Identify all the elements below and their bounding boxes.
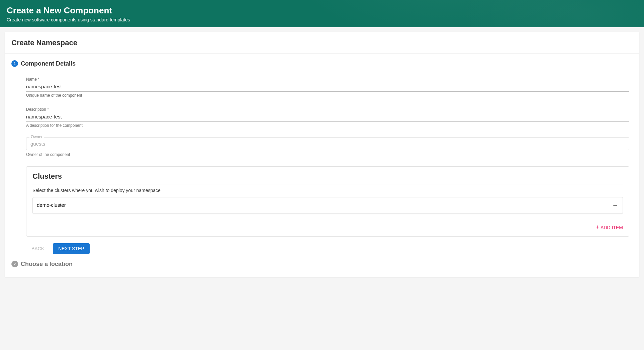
clusters-title: Clusters xyxy=(32,172,623,182)
clusters-section: Clusters Select the clusters where you w… xyxy=(26,166,629,237)
page-title: Create a New Component xyxy=(7,5,637,16)
name-help: Unique name of the component xyxy=(26,93,629,98)
step-1-content: Component Details Name * Unique name of … xyxy=(21,60,633,261)
step-1-indicator: 1 xyxy=(11,60,18,261)
clusters-description: Select the clusters where you wish to de… xyxy=(32,184,623,193)
description-help: A description for the component xyxy=(26,123,629,128)
add-item-row: + ADD ITEM xyxy=(32,216,623,231)
owner-help: Owner of the component xyxy=(26,152,629,157)
minus-icon: − xyxy=(613,201,617,209)
step-2-indicator: 2 xyxy=(11,261,18,271)
add-item-button[interactable]: + ADD ITEM xyxy=(596,224,623,231)
card-title: Create Namespace xyxy=(5,32,639,54)
step-2: 2 Choose a location xyxy=(11,261,633,271)
name-label: Name * xyxy=(26,77,629,82)
step-2-label[interactable]: Choose a location xyxy=(21,261,633,267)
add-item-label: ADD ITEM xyxy=(601,225,623,230)
cluster-item-row: − xyxy=(32,197,623,214)
description-input[interactable] xyxy=(26,112,629,122)
page-subtitle: Create new software components using sta… xyxy=(7,17,637,22)
owner-input[interactable] xyxy=(26,137,629,150)
step-1-body: Name * Unique name of the component Desc… xyxy=(26,77,629,254)
owner-label: Owner xyxy=(29,135,44,139)
step-1: 1 Component Details Name * Unique name o… xyxy=(11,60,633,261)
name-field-group: Name * Unique name of the component xyxy=(26,77,629,98)
plus-icon: + xyxy=(596,224,600,231)
description-field-group: Description * A description for the comp… xyxy=(26,107,629,128)
step-1-label: Component Details xyxy=(21,60,633,67)
description-label: Description * xyxy=(26,107,629,112)
owner-outlined: Owner xyxy=(26,137,629,150)
name-input[interactable] xyxy=(26,82,629,92)
cluster-input[interactable] xyxy=(37,201,608,210)
back-button[interactable]: BACK xyxy=(26,243,50,254)
step-2-content: Choose a location xyxy=(21,261,633,271)
content-wrapper: Create Namespace 1 Component Details xyxy=(0,27,644,282)
page-header: Create a New Component Create new softwa… xyxy=(0,0,644,27)
next-step-button[interactable]: NEXT STEP xyxy=(53,243,90,254)
step-connector-line xyxy=(15,68,15,259)
main-card: Create Namespace 1 Component Details xyxy=(5,32,639,277)
step-2-circle: 2 xyxy=(11,261,18,267)
step-1-circle: 1 xyxy=(11,60,18,67)
stepper: 1 Component Details Name * Unique name o… xyxy=(5,54,639,277)
owner-field-group: Owner Owner of the component xyxy=(26,137,629,157)
step-1-buttons: BACK NEXT STEP xyxy=(26,243,629,254)
remove-cluster-button[interactable]: − xyxy=(608,202,619,209)
